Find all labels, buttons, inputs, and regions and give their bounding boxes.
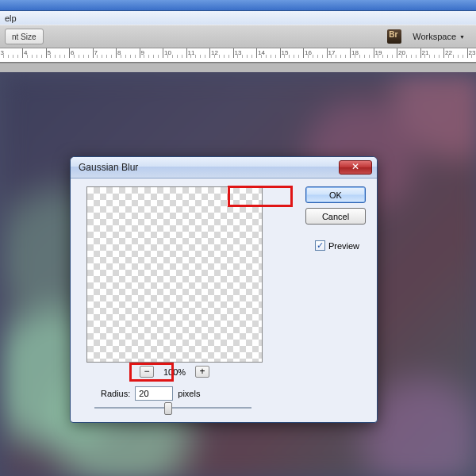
- fit-size-label: nt Size: [12, 33, 36, 41]
- dialog-titlebar[interactable]: Gaussian Blur ✕: [71, 157, 377, 178]
- close-icon[interactable]: ✕: [339, 160, 372, 175]
- document-top-bar: [0, 63, 476, 72]
- workspace-dropdown[interactable]: Workspace: [406, 29, 471, 44]
- bridge-icon[interactable]: [387, 29, 401, 44]
- cancel-button[interactable]: Cancel: [305, 208, 366, 225]
- ok-button[interactable]: OK: [305, 186, 366, 203]
- radius-slider-thumb[interactable]: [164, 402, 172, 415]
- zoom-in-button[interactable]: +: [195, 366, 209, 378]
- horizontal-ruler: 01234567891011121314151617181920212223: [0, 48, 476, 63]
- blur-preview[interactable]: [86, 186, 263, 363]
- gaussian-blur-dialog: Gaussian Blur ✕ − 100% + Radius: pixels …: [70, 156, 378, 423]
- dialog-title-text: Gaussian Blur: [79, 162, 138, 173]
- workspace-label: Workspace: [413, 32, 456, 41]
- preview-checkbox[interactable]: ✓: [315, 240, 325, 251]
- radius-input[interactable]: [135, 386, 173, 401]
- app-menubar: elp: [0, 11, 476, 25]
- fit-size-button[interactable]: nt Size: [5, 29, 44, 44]
- options-toolbar: nt Size Workspace: [0, 25, 476, 48]
- radius-slider-track[interactable]: [94, 407, 251, 409]
- zoom-level: 100%: [163, 367, 186, 377]
- preview-checkbox-label: Preview: [328, 241, 359, 251]
- window-titlebar: [0, 0, 476, 11]
- zoom-out-button[interactable]: −: [140, 366, 154, 378]
- radius-unit: pixels: [178, 389, 200, 398]
- radius-label: Radius:: [101, 389, 130, 398]
- menu-help[interactable]: elp: [5, 13, 17, 23]
